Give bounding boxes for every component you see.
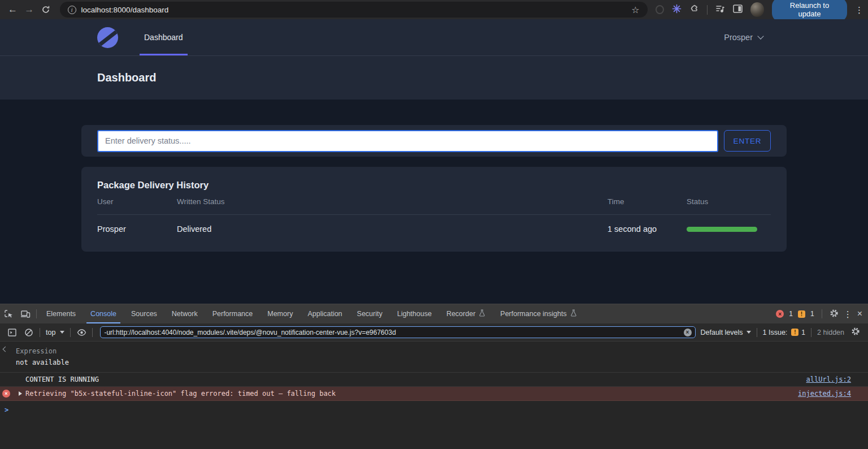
site-navbar: Dashboard Prosper <box>0 19 868 56</box>
delivery-history-card: Package Delivery History User Written St… <box>81 167 787 252</box>
app-logo-icon[interactable] <box>97 27 118 48</box>
devtools-settings-gear-icon[interactable] <box>830 309 839 320</box>
cell-status <box>687 225 771 234</box>
devtools-status-cluster: × 1 ! 1 ⋮ × <box>776 309 868 320</box>
user-menu-label: Prosper <box>724 33 753 42</box>
user-menu[interactable]: Prosper <box>724 33 763 42</box>
divider <box>70 328 71 337</box>
forward-icon[interactable]: → <box>21 1 37 18</box>
enter-button[interactable]: ENTER <box>724 130 771 152</box>
history-title: Package Delivery History <box>97 167 771 191</box>
clear-console-icon[interactable] <box>20 323 37 341</box>
prompt-chevron-icon: > <box>5 406 8 414</box>
delivery-status-input[interactable] <box>97 130 718 152</box>
error-count: 1 <box>789 310 793 318</box>
tab-sources[interactable]: Sources <box>124 304 164 323</box>
context-selector[interactable]: top <box>46 329 55 336</box>
col-written-status: Written Status <box>177 197 607 206</box>
devtools-menu-icon[interactable]: ⋮ <box>844 310 852 318</box>
live-expression-widget[interactable]: Expression not available <box>0 342 868 373</box>
tab-lighthouse[interactable]: Lighthouse <box>390 304 439 323</box>
browser-menu-icon[interactable]: ⋮ <box>855 6 863 14</box>
web-page: Dashboard Prosper Dashboard ENTER Packag… <box>0 19 868 304</box>
tab-console[interactable]: Console <box>83 304 124 323</box>
console-output: Expression not available CONTENT IS RUNN… <box>0 342 868 449</box>
url-bar[interactable]: i localhost:8000/dashboard ☆ <box>60 2 648 18</box>
expression-label: Expression <box>16 346 868 357</box>
tab-network[interactable]: Network <box>164 304 205 323</box>
log-message: CONTENT IS RUNNING <box>25 375 99 383</box>
table-row: Prosper Delivered 1 second ago <box>97 215 771 243</box>
page-title: Dashboard <box>97 71 156 84</box>
bookmark-star-icon[interactable]: ☆ <box>631 5 641 15</box>
clear-filter-icon[interactable]: × <box>684 329 692 336</box>
flask-icon <box>479 309 485 318</box>
devtools-close-icon[interactable]: × <box>857 309 862 319</box>
expression-value: not available <box>16 357 868 368</box>
delivery-form-card: ENTER <box>81 125 787 157</box>
side-panel-icon[interactable] <box>733 5 743 15</box>
chevron-left-icon[interactable] <box>3 347 8 352</box>
console-settings-gear-icon[interactable] <box>851 327 860 338</box>
devtools-panel: Elements Console Sources Network Perform… <box>0 304 868 449</box>
console-prompt[interactable]: > <box>0 401 868 414</box>
warning-count-icon[interactable]: ! <box>798 310 805 318</box>
cell-written-status: Delivered <box>177 225 607 234</box>
page-body: ENTER Package Delivery History User Writ… <box>0 100 868 304</box>
tab-application[interactable]: Application <box>300 304 349 323</box>
tab-memory[interactable]: Memory <box>260 304 300 323</box>
console-filter-input[interactable] <box>104 329 683 336</box>
reload-icon[interactable] <box>37 1 54 18</box>
profile-avatar[interactable] <box>750 2 764 17</box>
source-link[interactable]: injected.js:4 <box>798 390 851 398</box>
devtools-tab-bar: Elements Console Sources Network Perform… <box>0 304 868 323</box>
col-time: Time <box>607 197 687 206</box>
tab-performance[interactable]: Performance <box>205 304 261 323</box>
tab-performance-insights[interactable]: Performance insights <box>493 304 584 323</box>
cell-user: Prosper <box>97 225 177 234</box>
extensions-puzzle-icon[interactable] <box>689 4 699 16</box>
warning-count: 1 <box>810 310 814 318</box>
levels-caret-icon <box>747 331 751 334</box>
page-header: Dashboard <box>0 56 868 100</box>
tab-recorder[interactable]: Recorder <box>439 304 493 323</box>
nav-tab-label: Dashboard <box>144 33 183 42</box>
console-error-row[interactable]: × Retrieving "b5x-stateful-inline-icon" … <box>0 387 868 401</box>
divider <box>822 309 822 318</box>
hidden-messages-label: 2 hidden <box>817 329 844 336</box>
error-icon: × <box>2 390 10 398</box>
flask-icon <box>570 309 577 318</box>
divider <box>757 328 757 337</box>
device-toolbar-icon[interactable] <box>17 304 34 323</box>
source-link[interactable]: allUrl.js:2 <box>806 375 851 383</box>
divider <box>92 328 93 337</box>
log-levels-dropdown[interactable]: Default levels <box>701 329 743 336</box>
console-toolbar: top × Default levels 1 Issue: ! 1 2 hidd… <box>0 323 868 342</box>
back-icon[interactable]: ← <box>5 1 21 18</box>
console-log-row[interactable]: CONTENT IS RUNNING allUrl.js:2 <box>0 373 868 387</box>
media-controls-icon[interactable] <box>715 4 725 16</box>
error-count-icon[interactable]: × <box>776 310 784 318</box>
col-user: User <box>97 197 177 206</box>
divider <box>40 328 40 337</box>
tab-security[interactable]: Security <box>350 304 390 323</box>
console-filter-box: × <box>100 326 695 338</box>
status-progress-bar <box>687 227 757 232</box>
issues-count: 1 <box>801 329 805 336</box>
context-caret-icon <box>60 331 64 334</box>
starburst-extension-icon[interactable] <box>672 4 682 16</box>
tab-elements[interactable]: Elements <box>39 304 83 323</box>
expand-triangle-icon[interactable] <box>19 391 22 396</box>
console-sidebar-icon[interactable] <box>3 323 20 341</box>
screen: ← → i localhost:8000/dashboard ☆ <box>0 0 868 449</box>
divider <box>36 309 37 318</box>
issues-label[interactable]: 1 Issue: <box>763 329 788 336</box>
inspect-element-icon[interactable] <box>0 304 17 323</box>
disabled-extension-icon[interactable] <box>656 5 664 14</box>
live-expression-eye-icon[interactable] <box>73 323 90 341</box>
error-message: Retrieving "b5x-stateful-inline-icon" fl… <box>25 390 336 398</box>
url-text[interactable]: localhost:8000/dashboard <box>81 6 632 14</box>
col-status: Status <box>687 197 771 206</box>
site-info-icon[interactable]: i <box>68 6 76 14</box>
nav-tab-dashboard[interactable]: Dashboard <box>141 19 186 55</box>
